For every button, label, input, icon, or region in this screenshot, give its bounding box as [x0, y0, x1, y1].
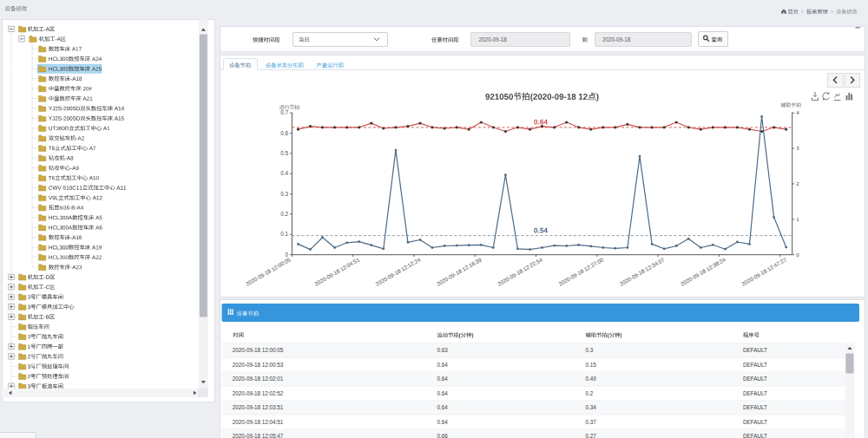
svg-text:0.4: 0.4 [280, 170, 288, 176]
svg-text:2020-09-18: 2020-09-18 [479, 36, 508, 42]
svg-text:3: 3 [796, 145, 799, 151]
svg-text:0.64: 0.64 [437, 362, 449, 368]
svg-text:DEFAULT: DEFAULT [743, 376, 767, 382]
svg-text:2020-09-18 12:27:00: 2020-09-18 12:27:00 [557, 256, 605, 287]
svg-text:2020-09-18 12:38:24: 2020-09-18 12:38:24 [680, 256, 727, 287]
svg-text:DEFAULT: DEFAULT [743, 419, 767, 425]
svg-text:0.1: 0.1 [280, 231, 288, 237]
svg-text:0.3: 0.3 [280, 191, 288, 197]
svg-text:2: 2 [796, 180, 799, 186]
svg-text:2020-09-18 12:47:27: 2020-09-18 12:47:27 [740, 256, 788, 287]
svg-text:0.5: 0.5 [280, 150, 288, 156]
svg-text:0.27: 0.27 [586, 433, 597, 438]
svg-text:0.3: 0.3 [586, 347, 594, 353]
svg-text:2020-09-18 12:04:51: 2020-09-18 12:04:51 [313, 256, 361, 287]
svg-text:2020-09-18 12:03:51: 2020-09-18 12:03:51 [233, 404, 284, 410]
svg-text:0.15: 0.15 [586, 362, 597, 368]
svg-text:0.37: 0.37 [586, 419, 597, 425]
svg-text:1: 1 [796, 216, 799, 222]
svg-text:2020-09-18 12:02:01: 2020-09-18 12:02:01 [233, 376, 284, 382]
svg-text:0.34: 0.34 [586, 404, 597, 410]
svg-text:2020-09-18 12:12:24: 2020-09-18 12:12:24 [374, 256, 422, 287]
svg-text:2020-09-18 12:05:47: 2020-09-18 12:05:47 [233, 433, 284, 438]
svg-text:0.64: 0.64 [437, 390, 449, 396]
svg-text:0.64: 0.64 [437, 404, 449, 410]
svg-text:DEFAULT: DEFAULT [743, 433, 767, 438]
svg-text:0.49: 0.49 [586, 376, 597, 382]
svg-text:0: 0 [796, 252, 799, 258]
svg-text:2020-09-18 12:00:53: 2020-09-18 12:00:53 [233, 362, 284, 368]
svg-text:0.6: 0.6 [280, 130, 288, 136]
svg-text:0.64: 0.64 [437, 376, 449, 382]
svg-text:DEFAULT: DEFAULT [743, 347, 767, 353]
svg-text:0.63: 0.63 [437, 347, 449, 353]
svg-text:2020-09-18 12:00:05: 2020-09-18 12:00:05 [245, 256, 293, 287]
svg-text:DEFAULT: DEFAULT [743, 390, 767, 396]
svg-text:0.7: 0.7 [280, 109, 288, 115]
svg-text:4: 4 [796, 109, 799, 115]
svg-text:2020-09-18 12:16:39: 2020-09-18 12:16:39 [436, 256, 483, 287]
svg-text:0.2: 0.2 [586, 390, 594, 396]
svg-text:2020-09-18 12:02:52: 2020-09-18 12:02:52 [233, 390, 284, 396]
svg-text:0.2: 0.2 [280, 211, 288, 217]
svg-text:DEFAULT: DEFAULT [743, 362, 767, 368]
svg-text:2020-09-18 12:34:07: 2020-09-18 12:34:07 [618, 256, 666, 287]
svg-text:2020-09-18: 2020-09-18 [602, 36, 631, 42]
svg-text:2020-09-18 12:00:05: 2020-09-18 12:00:05 [233, 347, 284, 353]
svg-text:0.64: 0.64 [437, 419, 449, 425]
svg-text:2020-09-18 12:22:54: 2020-09-18 12:22:54 [496, 256, 544, 287]
svg-text:DEFAULT: DEFAULT [743, 404, 767, 410]
svg-text:2020-09-18 12:04:51: 2020-09-18 12:04:51 [233, 419, 284, 425]
svg-text:0.66: 0.66 [437, 433, 449, 438]
